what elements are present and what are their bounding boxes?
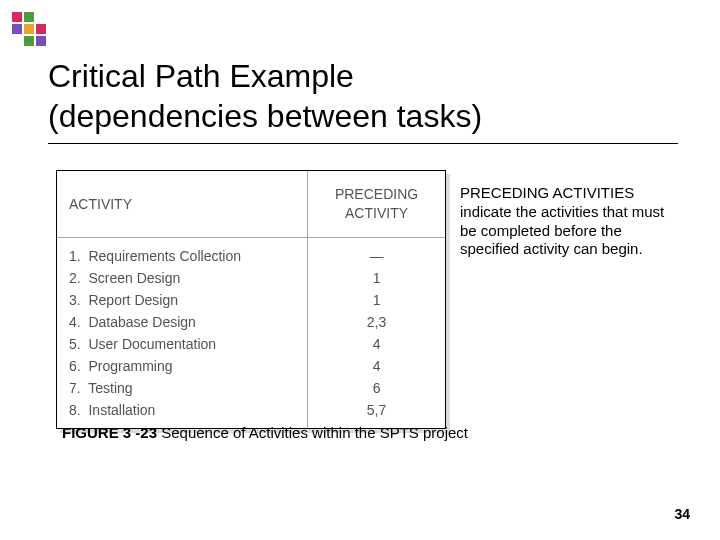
title-underline (48, 143, 678, 144)
table-row: 7. Testing6 (57, 377, 445, 399)
figure-caption-label: FIGURE 3 -23 (62, 424, 157, 441)
figure-caption-text: Sequence of Activities within the SPTS p… (157, 424, 468, 441)
header-activity: ACTIVITY (57, 171, 308, 237)
table-row: 3. Report Design1 (57, 289, 445, 311)
table-row: 1. Requirements Collection— (57, 237, 445, 267)
side-explanation: PRECEDING ACTIVITIES indicate the activi… (460, 184, 680, 259)
activity-table: ACTIVITY PRECEDING ACTIVITY 1. Requireme… (57, 171, 445, 428)
activity-table-container: ACTIVITY PRECEDING ACTIVITY 1. Requireme… (56, 170, 446, 429)
page-number: 34 (674, 506, 690, 522)
side-explanation-head: PRECEDING ACTIVITIES (460, 184, 634, 201)
table-row: 5. User Documentation4 (57, 333, 445, 355)
table-row: 2. Screen Design1 (57, 267, 445, 289)
header-preceding: PRECEDING ACTIVITY (308, 171, 445, 237)
table-row: 4. Database Design2,3 (57, 311, 445, 333)
side-explanation-body: indicate the activities that must be com… (460, 203, 664, 258)
figure-caption: FIGURE 3 -23 Sequence of Activities with… (62, 424, 468, 441)
table-row: 6. Programming4 (57, 355, 445, 377)
slide-logo (12, 12, 48, 48)
slide-title: Critical Path Example (dependencies betw… (48, 56, 482, 136)
